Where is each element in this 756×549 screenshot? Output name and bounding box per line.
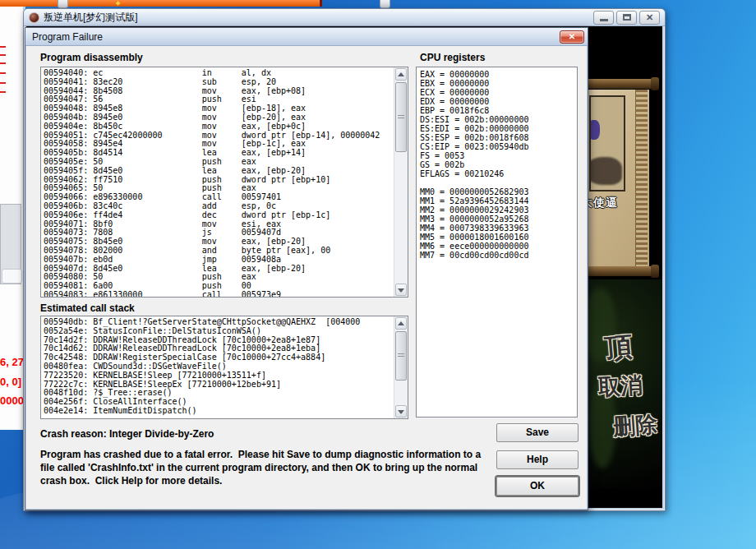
dialog-title: Program Failure [32, 31, 103, 43]
thumb-grip-icon [398, 115, 404, 120]
scrollbar-thumb[interactable] [395, 331, 407, 381]
thumb-grip-icon [398, 353, 404, 358]
clipped-tab [380, 0, 390, 8]
clipped-tab [58, 0, 68, 8]
arrow-up-icon [398, 321, 404, 325]
close-icon: ✕ [569, 32, 575, 41]
callstack-text: 005940db: Bf_Client!?GetServerState@CHtt… [41, 316, 408, 416]
scrollbar-thumb[interactable] [395, 82, 407, 152]
scroll-border-pattern [635, 90, 648, 267]
roller-knob [651, 265, 659, 278]
game-window-titlebar[interactable]: 叛逆单机[梦幻测试版] ✕ [24, 9, 665, 26]
red-mark [0, 91, 6, 93]
close-button[interactable]: ✕ [639, 11, 660, 25]
red-mark [0, 62, 6, 64]
callstack-scrollbar[interactable] [394, 316, 408, 418]
disassembly-label: Program disassembly [40, 52, 143, 63]
portrait-shadow-figure [589, 157, 622, 185]
portrait-figure [589, 120, 600, 140]
disassembly-text: 00594040: ec in al, dx 00594041: 83ec20 … [41, 67, 408, 298]
registers-text: EAX = 00000000 EBX = 00000000 ECX = 0000… [417, 67, 577, 260]
arrow-down-icon [398, 410, 404, 414]
scroll-down-button[interactable] [395, 405, 407, 418]
red-mark [0, 72, 6, 74]
registers-label: CPU registers [420, 52, 485, 63]
close-icon: ✕ [646, 13, 653, 22]
window-caption-buttons: ✕ [593, 11, 660, 25]
game-menu-item-delete[interactable]: 删除 [612, 409, 658, 442]
program-failure-dialog: Program Failure ✕ Program disassembly 00… [25, 27, 588, 510]
minimize-icon [600, 19, 608, 21]
minimize-button[interactable] [593, 11, 614, 25]
crash-reason-text: Crash reason: Integer Divide-by-Zero [40, 428, 214, 440]
maximize-button[interactable] [616, 11, 637, 25]
background-window-left-sliver: 6, 27 0, 0] 0000 [0, 0, 25, 430]
scroll-caption: 大使逼 [581, 196, 648, 210]
disassembly-listbox[interactable]: 00594040: ec in al, dx 00594041: 83ec20 … [40, 67, 408, 298]
registers-listbox[interactable]: EAX = 00000000 EBX = 00000000 ECX = 0000… [416, 67, 578, 418]
background-window-top-strip [0, 0, 322, 7]
red-mark [0, 82, 6, 84]
clipped-error-text: 6, 27 [0, 356, 25, 368]
arrow-up-icon [398, 72, 404, 76]
arrow-down-icon [398, 288, 404, 293]
roller-knob [651, 77, 659, 90]
crash-message-text: Program has crashed due to a fatal error… [40, 448, 496, 487]
callstack-listbox[interactable]: 005940db: Bf_Client!?GetServerState@CHtt… [40, 316, 408, 419]
red-mark [0, 54, 6, 56]
game-window-title: 叛逆单机[梦幻测试版] [44, 11, 138, 25]
game-menu-item-top[interactable]: 頂 [603, 328, 634, 368]
scroll-down-button[interactable] [395, 284, 407, 296]
clipped-error-text: 0000 [0, 394, 25, 407]
red-mark [0, 46, 6, 48]
scroll-up-button[interactable] [395, 68, 407, 81]
clipped-button[interactable] [2, 269, 22, 284]
clipped-error-text: 0, 0] [0, 376, 25, 388]
save-button[interactable]: Save [496, 423, 579, 442]
dialog-close-button[interactable]: ✕ [560, 30, 584, 44]
disassembly-scrollbar[interactable] [394, 67, 408, 297]
screen: 6, 27 0, 0] 0000 ✦ 叛逆单机[梦幻测试版] ✕ [0, 0, 756, 549]
scroll-up-button[interactable] [395, 317, 407, 330]
maximize-icon [623, 14, 631, 21]
game-menu-item-cancel[interactable]: 取消 [597, 371, 643, 403]
dialog-body: Program disassembly 00594040: ec in al, … [25, 46, 588, 510]
callstack-label: Estimated call stack [40, 302, 135, 314]
help-button[interactable]: Help [496, 450, 579, 469]
game-app-icon [29, 12, 39, 23]
dialog-titlebar[interactable]: Program Failure ✕ [25, 28, 588, 46]
ok-button[interactable]: OK [496, 477, 579, 496]
scroll-portrait [589, 95, 625, 191]
